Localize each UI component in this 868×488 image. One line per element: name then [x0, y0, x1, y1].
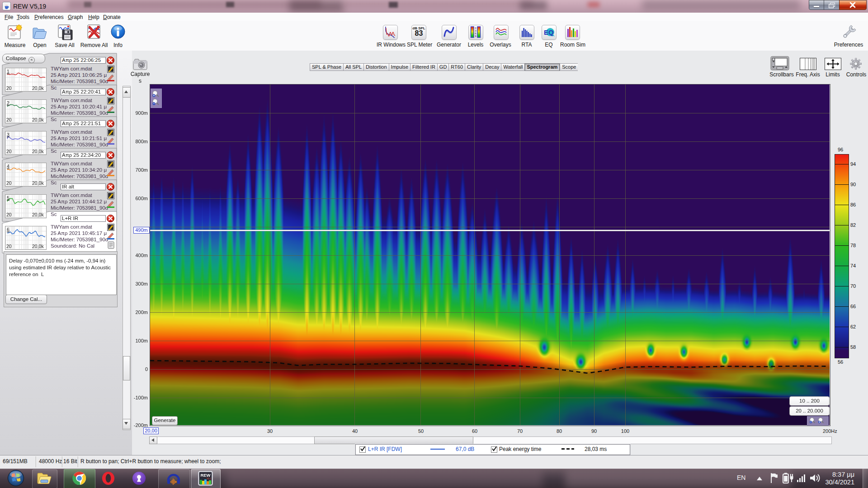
svg-text:V5.1: V5.1 [207, 478, 211, 480]
svg-text:REW: REW [200, 473, 210, 478]
svg-text:9: 9 [475, 35, 476, 38]
svg-text:EQ: EQ [544, 28, 554, 36]
